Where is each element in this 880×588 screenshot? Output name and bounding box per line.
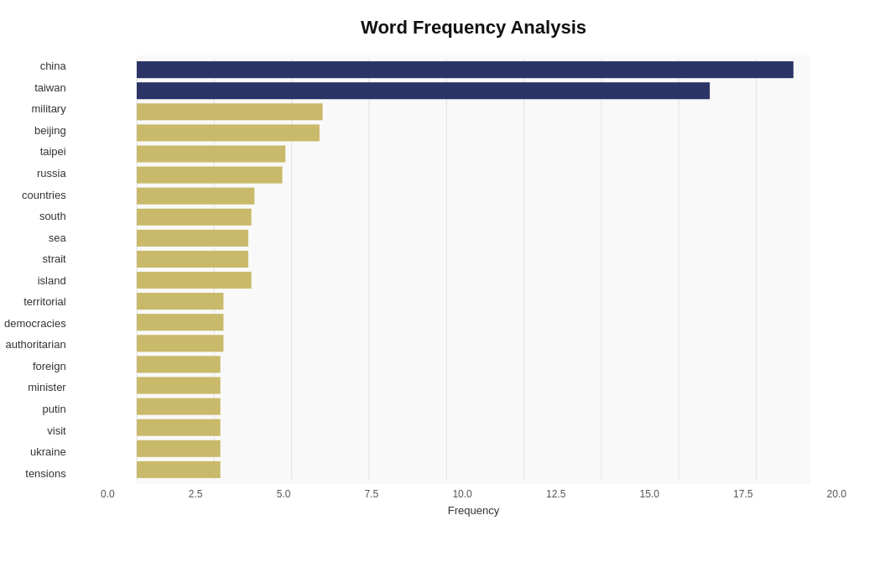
y-label-beijing: beijing (4, 120, 73, 142)
bar-taipei (137, 145, 285, 162)
bar-strait (137, 251, 248, 268)
y-label-china: china (4, 55, 73, 77)
y-label-democracies: democracies (4, 313, 73, 335)
y-label-authoritarian: authoritarian (4, 334, 73, 356)
bar-minister (137, 377, 221, 393)
bar-tensions (137, 461, 221, 478)
y-label-taipei: taipei (4, 141, 73, 163)
chart-title: Word Frequency Analysis (101, 17, 846, 39)
x-tick: 5.0 (277, 488, 291, 500)
y-label-russia: russia (4, 163, 73, 185)
x-tick: 17.5 (733, 488, 752, 500)
bar-military (137, 103, 323, 120)
x-axis-area: 0.02.55.07.510.012.515.017.520.0 Frequen… (101, 488, 846, 517)
bar-taiwan (137, 82, 710, 99)
bar-sea (137, 230, 248, 247)
y-label-sea: sea (4, 226, 73, 248)
x-tick: 0.0 (101, 488, 115, 500)
bar-south (137, 209, 252, 226)
bar-democracies (137, 314, 223, 330)
chart-container: Word Frequency Analysis chinataiwanmilit… (0, 0, 880, 588)
x-axis-label: Frequency (101, 504, 846, 517)
y-label-military: military (4, 98, 73, 120)
x-tick: 12.5 (546, 488, 565, 500)
bar-ukraine (137, 440, 221, 457)
y-label-tensions: tensions (4, 462, 73, 484)
bar-visit (137, 419, 221, 436)
bar-china (137, 61, 794, 78)
bar-countries (137, 188, 254, 205)
bar-beijing (137, 124, 320, 141)
y-label-south: south (4, 206, 73, 227)
y-label-foreign: foreign (4, 356, 73, 377)
y-label-ukraine: ukraine (4, 441, 73, 463)
y-label-visit: visit (4, 419, 73, 441)
x-tick: 15.0 (640, 488, 659, 500)
y-axis-labels: chinataiwanmilitarybeijingtaipeirussiaco… (4, 55, 73, 484)
x-ticks: 0.02.55.07.510.012.515.017.520.0 (101, 488, 846, 500)
bar-foreign (137, 356, 221, 372)
x-tick: 20.0 (827, 488, 846, 500)
bar-russia (137, 167, 283, 184)
y-label-minister: minister (4, 377, 73, 398)
x-tick: 2.5 (189, 488, 203, 500)
y-label-strait: strait (4, 248, 73, 270)
x-tick: 10.0 (452, 488, 471, 500)
y-label-island: island (4, 269, 73, 291)
y-label-territorial: territorial (4, 291, 73, 313)
y-label-countries: countries (4, 184, 73, 206)
y-label-putin: putin (4, 398, 73, 420)
bar-island (137, 272, 252, 289)
bar-territorial (137, 293, 223, 310)
x-tick: 7.5 (365, 488, 379, 500)
chart-svg (101, 55, 846, 484)
y-label-taiwan: taiwan (4, 77, 73, 99)
bar-putin (137, 398, 221, 415)
bar-authoritarian (137, 335, 223, 351)
